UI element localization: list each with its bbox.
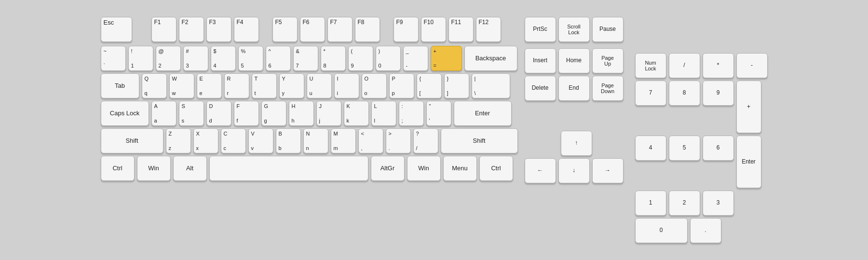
key-altgr[interactable]: AltGr: [371, 156, 405, 181]
key-comma[interactable]: <,: [358, 128, 383, 153]
key-a[interactable]: Aa: [151, 101, 176, 126]
key-lctrl[interactable]: Ctrl: [101, 156, 135, 181]
key-period[interactable]: >.: [386, 128, 411, 153]
key-f2[interactable]: F2: [179, 17, 204, 42]
key-1[interactable]: !1: [128, 46, 153, 71]
key-rshift[interactable]: Shift: [441, 128, 518, 153]
key-k[interactable]: Kk: [344, 101, 369, 126]
key-r[interactable]: Rr: [224, 73, 249, 98]
key-minus[interactable]: _-: [403, 46, 428, 71]
key-num-1[interactable]: 1: [635, 191, 666, 216]
key-slash[interactable]: ?/: [413, 128, 438, 153]
key-num-9[interactable]: 9: [703, 81, 734, 106]
key-pause[interactable]: Pause: [592, 17, 624, 42]
key-o[interactable]: Oo: [362, 73, 387, 98]
key-num-0[interactable]: 0: [635, 218, 688, 243]
key-enter[interactable]: Enter: [454, 101, 512, 126]
key-semicolon[interactable]: :;: [399, 101, 424, 126]
key-prtsc[interactable]: PrtSc: [525, 17, 556, 42]
key-num-6[interactable]: 6: [703, 136, 734, 161]
key-n[interactable]: Nn: [303, 128, 328, 153]
key-up[interactable]: ↑: [561, 131, 592, 156]
key-f[interactable]: Ff: [234, 101, 259, 126]
key-backtick[interactable]: ~`: [101, 46, 126, 71]
key-f7[interactable]: F7: [327, 17, 353, 42]
key-3[interactable]: #3: [183, 46, 208, 71]
key-f1[interactable]: F1: [151, 17, 176, 42]
key-scrolllock[interactable]: ScrollLock: [558, 17, 590, 42]
key-h[interactable]: Hh: [289, 101, 314, 126]
key-0[interactable]: )0: [376, 46, 401, 71]
key-g[interactable]: Gg: [261, 101, 286, 126]
key-8[interactable]: *8: [321, 46, 346, 71]
key-4[interactable]: $4: [211, 46, 236, 71]
key-x[interactable]: Xx: [193, 128, 218, 153]
key-f6[interactable]: F6: [300, 17, 325, 42]
key-lalt[interactable]: Alt: [173, 156, 207, 181]
key-quote[interactable]: "': [426, 101, 451, 126]
key-7[interactable]: &7: [293, 46, 318, 71]
key-tab[interactable]: Tab: [101, 73, 139, 98]
key-6[interactable]: ^6: [266, 46, 291, 71]
key-left[interactable]: ←: [525, 158, 556, 183]
key-num-enter[interactable]: Enter: [736, 136, 761, 188]
key-num-dot[interactable]: .: [690, 218, 721, 243]
key-num-3[interactable]: 3: [703, 191, 734, 216]
key-delete[interactable]: Delete: [525, 76, 556, 101]
key-space[interactable]: [209, 156, 368, 181]
key-z[interactable]: Zz: [166, 128, 191, 153]
key-y[interactable]: Yy: [279, 73, 304, 98]
key-f3[interactable]: F3: [206, 17, 231, 42]
key-f9[interactable]: F9: [393, 17, 419, 42]
key-equals[interactable]: +=: [431, 46, 462, 71]
key-rwin[interactable]: Win: [407, 156, 441, 181]
key-down[interactable]: ↓: [558, 158, 590, 183]
key-lwin[interactable]: Win: [137, 156, 171, 181]
key-f4[interactable]: F4: [234, 17, 259, 42]
key-right[interactable]: →: [592, 158, 624, 183]
key-2[interactable]: @2: [156, 46, 181, 71]
key-lshift[interactable]: Shift: [101, 128, 163, 153]
key-end[interactable]: End: [558, 76, 590, 101]
key-f10[interactable]: F10: [421, 17, 446, 42]
key-num-minus[interactable]: -: [736, 53, 768, 78]
key-l[interactable]: Ll: [371, 101, 396, 126]
key-j[interactable]: Jj: [316, 101, 341, 126]
key-pageup[interactable]: PageUp: [592, 48, 624, 73]
key-capslock[interactable]: Caps Lock: [101, 101, 149, 126]
key-rbracket[interactable]: }]: [444, 73, 469, 98]
key-lbracket[interactable]: {[: [417, 73, 442, 98]
key-f5[interactable]: F5: [272, 17, 298, 42]
key-num-plus[interactable]: +: [736, 81, 761, 133]
key-u[interactable]: Uu: [307, 73, 332, 98]
key-num-8[interactable]: 8: [669, 81, 700, 106]
key-num-multiply[interactable]: *: [703, 53, 734, 78]
key-v[interactable]: Vv: [248, 128, 273, 153]
key-5[interactable]: %5: [238, 46, 263, 71]
key-9[interactable]: (9: [348, 46, 373, 71]
key-num-slash[interactable]: /: [669, 53, 700, 78]
key-p[interactable]: Pp: [389, 73, 414, 98]
key-num-7[interactable]: 7: [635, 81, 666, 106]
key-num-2[interactable]: 2: [669, 191, 700, 216]
key-s[interactable]: Ss: [179, 101, 204, 126]
key-q[interactable]: Qq: [142, 73, 167, 98]
key-num-4[interactable]: 4: [635, 136, 666, 161]
key-num-5[interactable]: 5: [669, 136, 700, 161]
key-w[interactable]: Ww: [169, 73, 194, 98]
key-c[interactable]: Cc: [221, 128, 246, 153]
key-f12[interactable]: F12: [476, 17, 501, 42]
key-t[interactable]: Tt: [252, 73, 277, 98]
key-e[interactable]: Ee: [197, 73, 222, 98]
key-f8[interactable]: F8: [355, 17, 380, 42]
key-menu[interactable]: Menu: [443, 156, 477, 181]
key-insert[interactable]: Insert: [525, 48, 556, 73]
key-f11[interactable]: F11: [448, 17, 474, 42]
key-numlock[interactable]: NumLock: [635, 53, 666, 78]
key-b[interactable]: Bb: [276, 128, 301, 153]
key-m[interactable]: Mm: [331, 128, 356, 153]
key-rctrl[interactable]: Ctrl: [479, 156, 513, 181]
key-home[interactable]: Home: [558, 48, 590, 73]
key-backspace[interactable]: Backspace: [464, 46, 517, 71]
key-i[interactable]: Ii: [334, 73, 359, 98]
